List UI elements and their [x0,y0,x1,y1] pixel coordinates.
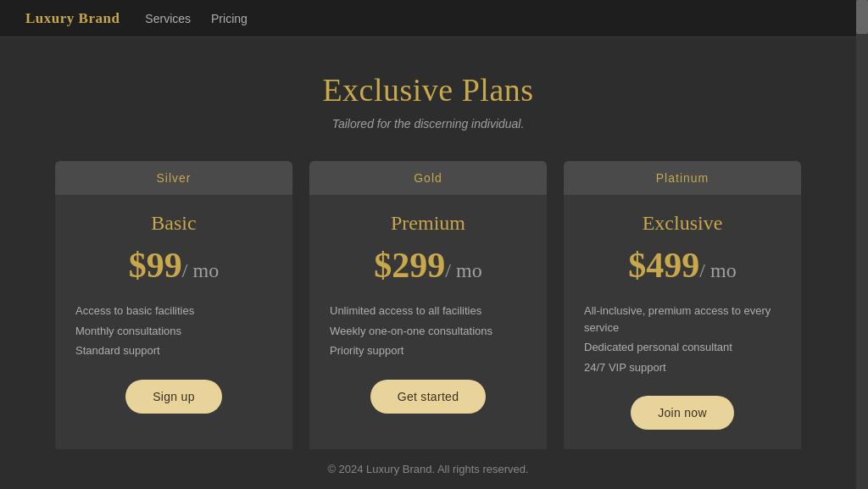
pricing-card-gold: Gold Premium $299/ mo Unlimited access t… [309,161,547,453]
plan-cta-silver[interactable]: Sign up [125,380,222,414]
pricing-card-silver: Silver Basic $99/ mo Access to basic fac… [55,161,292,453]
price-period: / mo [699,259,736,281]
price-amount: $499 [628,246,699,285]
plan-name: Exclusive [584,212,781,235]
scrollbar-track[interactable] [856,0,868,489]
feature-item: Priority support [330,342,526,359]
card-header-gold: Gold [309,161,547,195]
scrollbar-thumb[interactable] [856,0,868,34]
page-title: Exclusive Plans [51,71,805,108]
price-amount: $99 [129,246,182,285]
plan-price: $299/ mo [330,245,526,286]
plan-features: Unlimited access to all facilitiesWeekly… [330,303,526,359]
feature-item: All-inclusive, premium access to every s… [584,303,781,336]
card-body-silver: Basic $99/ mo Access to basic facilities… [55,195,292,437]
plan-name: Premium [330,212,526,235]
feature-item: Weekly one-on-one consultations [330,323,526,340]
feature-item: Unlimited access to all facilities [330,303,526,320]
plan-features: All-inclusive, premium access to every s… [584,303,781,375]
feature-item: Standard support [75,342,272,359]
price-amount: $299 [374,246,445,285]
feature-item: Monthly consultations [75,323,272,340]
main-content: Exclusive Plans Tailored for the discern… [0,37,856,470]
plan-features: Access to basic facilitiesMonthly consul… [75,303,272,359]
nav-brand[interactable]: Luxury Brand [25,10,120,27]
navbar: Luxury Brand Services Pricing [0,0,868,37]
feature-item: Access to basic facilities [75,303,272,320]
nav-link-pricing[interactable]: Pricing [211,12,248,25]
plan-price: $499/ mo [584,245,781,286]
plan-price: $99/ mo [75,245,272,286]
plan-name: Basic [75,212,272,235]
card-header-silver: Silver [55,161,292,195]
feature-item: 24/7 VIP support [584,359,781,376]
footer: © 2024 Luxury Brand. All rights reserved… [0,449,856,489]
feature-item: Dedicated personal consultant [584,339,781,356]
footer-text: © 2024 Luxury Brand. All rights reserved… [327,463,528,475]
card-body-platinum: Exclusive $499/ mo All-inclusive, premiu… [564,195,801,453]
card-header-platinum: Platinum [564,161,801,195]
nav-links: Services Pricing [145,12,247,25]
price-period: / mo [182,259,219,281]
pricing-card-platinum: Platinum Exclusive $499/ mo All-inclusiv… [564,161,801,453]
nav-link-services[interactable]: Services [145,12,191,25]
plan-cta-platinum[interactable]: Join now [631,396,734,430]
page-header: Exclusive Plans Tailored for the discern… [51,71,805,131]
pricing-grid: Silver Basic $99/ mo Access to basic fac… [51,161,805,453]
plan-cta-gold[interactable]: Get started [370,380,487,414]
card-body-gold: Premium $299/ mo Unlimited access to all… [309,195,547,437]
price-period: / mo [445,259,481,281]
page-subtitle: Tailored for the discerning individual. [51,117,805,131]
